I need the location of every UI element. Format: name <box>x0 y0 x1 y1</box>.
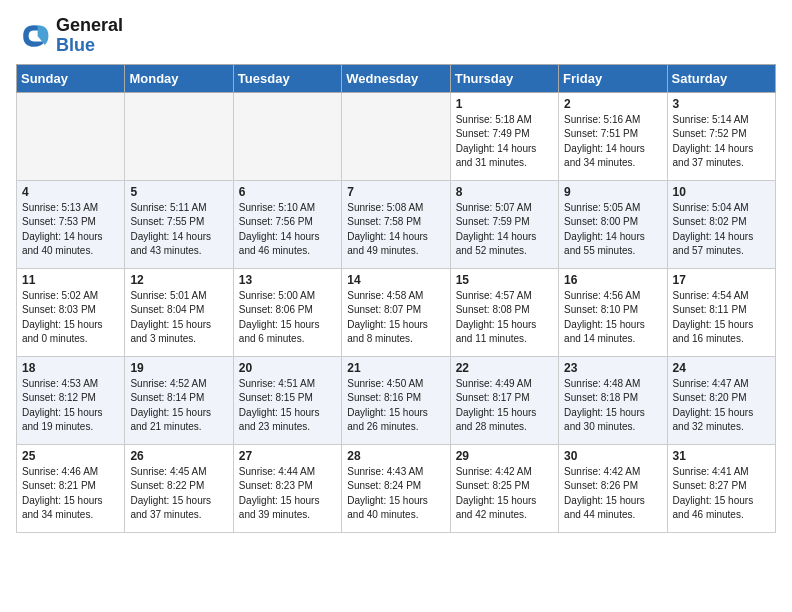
calendar-cell: 20Sunrise: 4:51 AM Sunset: 8:15 PM Dayli… <box>233 356 341 444</box>
weekday-header-wednesday: Wednesday <box>342 64 450 92</box>
day-number: 14 <box>347 273 444 287</box>
day-number: 16 <box>564 273 661 287</box>
weekday-header-friday: Friday <box>559 64 667 92</box>
day-info: Sunrise: 4:52 AM Sunset: 8:14 PM Dayligh… <box>130 377 227 435</box>
weekday-header-saturday: Saturday <box>667 64 775 92</box>
calendar-cell: 2Sunrise: 5:16 AM Sunset: 7:51 PM Daylig… <box>559 92 667 180</box>
calendar-cell: 25Sunrise: 4:46 AM Sunset: 8:21 PM Dayli… <box>17 444 125 532</box>
calendar-cell: 30Sunrise: 4:42 AM Sunset: 8:26 PM Dayli… <box>559 444 667 532</box>
day-number: 6 <box>239 185 336 199</box>
day-number: 13 <box>239 273 336 287</box>
day-info: Sunrise: 4:42 AM Sunset: 8:25 PM Dayligh… <box>456 465 553 523</box>
day-info: Sunrise: 4:56 AM Sunset: 8:10 PM Dayligh… <box>564 289 661 347</box>
day-info: Sunrise: 5:07 AM Sunset: 7:59 PM Dayligh… <box>456 201 553 259</box>
day-number: 22 <box>456 361 553 375</box>
logo: General Blue <box>16 16 123 56</box>
day-info: Sunrise: 5:01 AM Sunset: 8:04 PM Dayligh… <box>130 289 227 347</box>
calendar-cell: 16Sunrise: 4:56 AM Sunset: 8:10 PM Dayli… <box>559 268 667 356</box>
calendar-cell: 11Sunrise: 5:02 AM Sunset: 8:03 PM Dayli… <box>17 268 125 356</box>
day-number: 9 <box>564 185 661 199</box>
calendar-cell: 14Sunrise: 4:58 AM Sunset: 8:07 PM Dayli… <box>342 268 450 356</box>
day-number: 2 <box>564 97 661 111</box>
day-info: Sunrise: 4:51 AM Sunset: 8:15 PM Dayligh… <box>239 377 336 435</box>
calendar-cell: 29Sunrise: 4:42 AM Sunset: 8:25 PM Dayli… <box>450 444 558 532</box>
day-number: 26 <box>130 449 227 463</box>
calendar-cell: 8Sunrise: 5:07 AM Sunset: 7:59 PM Daylig… <box>450 180 558 268</box>
calendar-cell: 28Sunrise: 4:43 AM Sunset: 8:24 PM Dayli… <box>342 444 450 532</box>
day-number: 4 <box>22 185 119 199</box>
day-info: Sunrise: 4:57 AM Sunset: 8:08 PM Dayligh… <box>456 289 553 347</box>
day-info: Sunrise: 5:00 AM Sunset: 8:06 PM Dayligh… <box>239 289 336 347</box>
calendar-cell: 9Sunrise: 5:05 AM Sunset: 8:00 PM Daylig… <box>559 180 667 268</box>
day-info: Sunrise: 5:16 AM Sunset: 7:51 PM Dayligh… <box>564 113 661 171</box>
calendar-week-5: 25Sunrise: 4:46 AM Sunset: 8:21 PM Dayli… <box>17 444 776 532</box>
day-number: 30 <box>564 449 661 463</box>
weekday-header-tuesday: Tuesday <box>233 64 341 92</box>
day-number: 11 <box>22 273 119 287</box>
weekday-header-thursday: Thursday <box>450 64 558 92</box>
day-info: Sunrise: 5:05 AM Sunset: 8:00 PM Dayligh… <box>564 201 661 259</box>
calendar-cell: 5Sunrise: 5:11 AM Sunset: 7:55 PM Daylig… <box>125 180 233 268</box>
day-info: Sunrise: 4:48 AM Sunset: 8:18 PM Dayligh… <box>564 377 661 435</box>
day-info: Sunrise: 4:46 AM Sunset: 8:21 PM Dayligh… <box>22 465 119 523</box>
calendar-cell <box>342 92 450 180</box>
page-header: General Blue <box>16 16 776 56</box>
day-info: Sunrise: 5:18 AM Sunset: 7:49 PM Dayligh… <box>456 113 553 171</box>
day-info: Sunrise: 4:49 AM Sunset: 8:17 PM Dayligh… <box>456 377 553 435</box>
day-info: Sunrise: 5:10 AM Sunset: 7:56 PM Dayligh… <box>239 201 336 259</box>
calendar-cell: 15Sunrise: 4:57 AM Sunset: 8:08 PM Dayli… <box>450 268 558 356</box>
calendar-cell <box>17 92 125 180</box>
day-info: Sunrise: 4:50 AM Sunset: 8:16 PM Dayligh… <box>347 377 444 435</box>
calendar-week-1: 1Sunrise: 5:18 AM Sunset: 7:49 PM Daylig… <box>17 92 776 180</box>
day-number: 17 <box>673 273 770 287</box>
calendar-cell: 24Sunrise: 4:47 AM Sunset: 8:20 PM Dayli… <box>667 356 775 444</box>
calendar-cell: 27Sunrise: 4:44 AM Sunset: 8:23 PM Dayli… <box>233 444 341 532</box>
day-info: Sunrise: 4:53 AM Sunset: 8:12 PM Dayligh… <box>22 377 119 435</box>
day-info: Sunrise: 4:58 AM Sunset: 8:07 PM Dayligh… <box>347 289 444 347</box>
calendar-cell: 12Sunrise: 5:01 AM Sunset: 8:04 PM Dayli… <box>125 268 233 356</box>
calendar-cell <box>125 92 233 180</box>
day-number: 12 <box>130 273 227 287</box>
calendar-week-4: 18Sunrise: 4:53 AM Sunset: 8:12 PM Dayli… <box>17 356 776 444</box>
day-number: 24 <box>673 361 770 375</box>
day-number: 15 <box>456 273 553 287</box>
calendar-cell <box>233 92 341 180</box>
weekday-header-row: SundayMondayTuesdayWednesdayThursdayFrid… <box>17 64 776 92</box>
day-info: Sunrise: 4:41 AM Sunset: 8:27 PM Dayligh… <box>673 465 770 523</box>
calendar-cell: 1Sunrise: 5:18 AM Sunset: 7:49 PM Daylig… <box>450 92 558 180</box>
day-info: Sunrise: 5:04 AM Sunset: 8:02 PM Dayligh… <box>673 201 770 259</box>
day-info: Sunrise: 4:45 AM Sunset: 8:22 PM Dayligh… <box>130 465 227 523</box>
weekday-header-sunday: Sunday <box>17 64 125 92</box>
calendar-cell: 22Sunrise: 4:49 AM Sunset: 8:17 PM Dayli… <box>450 356 558 444</box>
calendar-cell: 18Sunrise: 4:53 AM Sunset: 8:12 PM Dayli… <box>17 356 125 444</box>
day-number: 19 <box>130 361 227 375</box>
calendar-week-3: 11Sunrise: 5:02 AM Sunset: 8:03 PM Dayli… <box>17 268 776 356</box>
calendar-cell: 13Sunrise: 5:00 AM Sunset: 8:06 PM Dayli… <box>233 268 341 356</box>
day-number: 29 <box>456 449 553 463</box>
day-number: 3 <box>673 97 770 111</box>
calendar-cell: 3Sunrise: 5:14 AM Sunset: 7:52 PM Daylig… <box>667 92 775 180</box>
day-number: 7 <box>347 185 444 199</box>
calendar-cell: 10Sunrise: 5:04 AM Sunset: 8:02 PM Dayli… <box>667 180 775 268</box>
calendar-cell: 7Sunrise: 5:08 AM Sunset: 7:58 PM Daylig… <box>342 180 450 268</box>
calendar-cell: 31Sunrise: 4:41 AM Sunset: 8:27 PM Dayli… <box>667 444 775 532</box>
day-info: Sunrise: 5:13 AM Sunset: 7:53 PM Dayligh… <box>22 201 119 259</box>
day-info: Sunrise: 5:02 AM Sunset: 8:03 PM Dayligh… <box>22 289 119 347</box>
day-number: 10 <box>673 185 770 199</box>
calendar-cell: 4Sunrise: 5:13 AM Sunset: 7:53 PM Daylig… <box>17 180 125 268</box>
calendar-week-2: 4Sunrise: 5:13 AM Sunset: 7:53 PM Daylig… <box>17 180 776 268</box>
day-number: 1 <box>456 97 553 111</box>
day-number: 27 <box>239 449 336 463</box>
day-info: Sunrise: 4:47 AM Sunset: 8:20 PM Dayligh… <box>673 377 770 435</box>
calendar-cell: 26Sunrise: 4:45 AM Sunset: 8:22 PM Dayli… <box>125 444 233 532</box>
day-info: Sunrise: 5:11 AM Sunset: 7:55 PM Dayligh… <box>130 201 227 259</box>
day-number: 8 <box>456 185 553 199</box>
logo-icon <box>16 18 52 54</box>
day-number: 23 <box>564 361 661 375</box>
day-info: Sunrise: 4:43 AM Sunset: 8:24 PM Dayligh… <box>347 465 444 523</box>
weekday-header-monday: Monday <box>125 64 233 92</box>
day-number: 18 <box>22 361 119 375</box>
calendar-cell: 19Sunrise: 4:52 AM Sunset: 8:14 PM Dayli… <box>125 356 233 444</box>
day-number: 25 <box>22 449 119 463</box>
logo-text: General Blue <box>56 16 123 56</box>
